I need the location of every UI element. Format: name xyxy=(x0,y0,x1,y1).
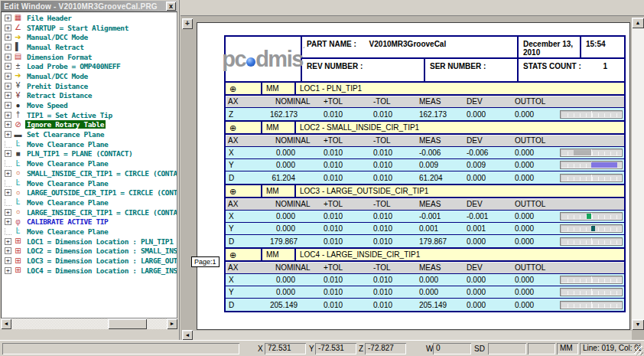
tree-item[interactable]: +⊞LOC1 = Dimension Location : PLN_TIP1 xyxy=(3,237,177,247)
measurement-cell-outtol: 0.000 xyxy=(512,149,560,157)
x-coordinate-value: 72.531 xyxy=(265,343,306,354)
measurement-cell-tol: 0.010 xyxy=(321,110,371,119)
measurement-cell-meas: 0.009 xyxy=(417,161,464,169)
expand-plus-icon[interactable]: + xyxy=(5,63,11,70)
dimension-block: ⊕MMLOC3 - LARGE_OUTSIDE_CIR_TIP1AXNOMINA… xyxy=(224,184,626,249)
measurement-cell-dev: 0.000 xyxy=(464,276,512,284)
expand-plus-icon[interactable]: + xyxy=(5,24,11,31)
edit-window-titlebar[interactable]: Edit Window - V2010MR3GrooveCal.PRG x xyxy=(1,1,177,11)
circle-feature-icon: ○ xyxy=(13,207,23,217)
expand-plus-icon[interactable]: + xyxy=(5,150,11,157)
report-horizontal-scrollbar[interactable]: ◄ xyxy=(182,330,632,340)
expand-plus-icon[interactable]: + xyxy=(5,267,11,274)
tree-item[interactable]: ĿMove Clearance Plane xyxy=(3,198,177,207)
expand-plus-icon[interactable]: + xyxy=(5,238,11,245)
tree-item[interactable]: +†TIP1 = Set Active Tip xyxy=(3,110,177,120)
tree-item[interactable]: ĿMove Clearance Plane xyxy=(3,139,177,149)
expand-plus-icon[interactable]: + xyxy=(5,218,11,225)
tree-item-label: LARGE_OUTSIDE_CIR_TIP1 = CIRCLE (CONTAC xyxy=(25,188,177,197)
expand-plus-icon[interactable]: + xyxy=(5,189,11,196)
tree-item[interactable]: +∠STARTUP = Start Alignment xyxy=(3,23,177,33)
feature-symbol-icon: ⊕ xyxy=(226,185,262,197)
expand-plus-icon[interactable]: + xyxy=(5,257,11,264)
scroll-right-icon[interactable]: ► xyxy=(167,318,177,329)
measurement-cell-ax: D xyxy=(226,174,268,182)
column-header: DEV xyxy=(464,263,512,272)
feature-symbol-icon: ⊕ xyxy=(226,83,262,94)
column-header-row: AXNOMINAL+TOL-TOLMEASDEVOUTTOL xyxy=(226,96,624,108)
expand-plus-icon[interactable]: + xyxy=(5,83,11,90)
expand-plus-icon[interactable]: + xyxy=(5,34,11,41)
scroll-left-icon[interactable]: ◄ xyxy=(182,330,193,340)
tree-item[interactable]: +■PLN_TIP1 = PLANE (CONTACT) xyxy=(3,149,177,159)
expand-plus-icon[interactable]: + xyxy=(5,209,11,216)
tree-item[interactable]: +▦File Header xyxy=(3,13,177,23)
tree-item[interactable]: +¥Retract Distance xyxy=(3,91,177,101)
expand-plus-icon[interactable]: + xyxy=(5,121,11,128)
tree-item[interactable]: +⊞LOC2 = Dimension Location : SMALL_INSI… xyxy=(3,247,177,256)
tree-scroll-track[interactable] xyxy=(11,318,167,329)
gauge-center-line xyxy=(591,302,592,309)
expand-plus-icon[interactable]: + xyxy=(5,170,11,177)
tree-scroll-thumb[interactable] xyxy=(108,318,147,329)
tree-item-label: Manual/DCC Mode xyxy=(25,72,89,80)
expand-plus-icon[interactable]: + xyxy=(5,44,11,51)
gauge-center-line xyxy=(591,175,592,181)
expand-plus-icon[interactable]: + xyxy=(5,15,11,21)
close-icon[interactable]: x xyxy=(166,2,176,11)
expand-plus-icon[interactable]: + xyxy=(5,92,11,99)
tree-item[interactable]: +○SMALL_INSIDE_CIR_TIP1 = CIRCLE (CONTAC… xyxy=(3,168,177,178)
dimension-block: ⊕MMLOC2 - SMALL_INSIDE_CIR_TIP1AXNOMINAL… xyxy=(224,120,626,185)
expand-plus-icon[interactable]: + xyxy=(5,112,11,119)
expand-plus-icon[interactable]: + xyxy=(5,247,11,254)
column-header: MEAS xyxy=(417,200,464,208)
edit-window-footer xyxy=(1,329,177,340)
report-hscroll-track[interactable] xyxy=(193,330,632,340)
tree-item-label: Dimension Format xyxy=(25,53,93,61)
scroll-down-icon[interactable]: ▼ xyxy=(632,319,644,330)
unit-cell: MM xyxy=(262,185,296,197)
tree-item[interactable]: ĿMove Clearance Plane xyxy=(3,227,177,237)
report-vertical-scrollbar[interactable]: ▲ ▼ xyxy=(632,18,644,330)
tree-item[interactable]: ĿMove Clearance Plane xyxy=(3,178,177,188)
scroll-left-icon[interactable]: ◄ xyxy=(1,318,11,329)
tree-item[interactable]: +➔Manual/DCC Mode xyxy=(3,32,177,42)
measurement-cell-tol: 0.010 xyxy=(371,110,417,119)
tree-item[interactable]: +¥Prehit Distance xyxy=(3,81,177,91)
tree-item[interactable]: +○LARGE_OUTSIDE_CIR_TIP1 = CIRCLE (CONTA… xyxy=(3,188,177,198)
report-vscroll-track[interactable] xyxy=(632,28,644,319)
tree-item[interactable]: +○LARGE_INSIDE_CIR_TIP1 = CIRCLE (CONTAC… xyxy=(3,207,177,217)
tree-item-label: LOC3 = Dimension Location : LARGE_OUTSI xyxy=(25,256,177,265)
resize-grip[interactable] xyxy=(634,346,643,355)
expand-plus-icon[interactable]: + xyxy=(5,73,11,80)
tree-item[interactable]: +±Load Probe = OMP400NEFF xyxy=(3,61,177,71)
tree-item[interactable]: +➔Manual/DCC Mode xyxy=(3,71,177,81)
rev-number-cell: REV NUMBER : xyxy=(302,59,425,81)
tree-item[interactable]: +⊞LOC4 = Dimension Location : LARGE_INSI… xyxy=(3,266,177,276)
units-indicator: MM xyxy=(557,343,578,354)
tree-item-label: PLN_TIP1 = PLANE (CONTACT) xyxy=(25,149,134,158)
measurement-row: X0.0000.0100.0100.0000.0000.000 xyxy=(226,274,624,286)
expand-plus-icon[interactable]: + xyxy=(5,131,11,138)
tree-item[interactable]: +▌Manual Retract xyxy=(3,42,177,52)
measurement-cell-ax: Z xyxy=(226,110,268,119)
tree-item[interactable]: +▤Dimension Format xyxy=(3,52,177,62)
tree-horizontal-scrollbar[interactable]: ◄ ► xyxy=(1,318,177,329)
tree-item[interactable]: +▬Set Clearance Plane xyxy=(3,129,177,139)
measurement-cell-outtol: 0.000 xyxy=(512,237,560,246)
tree-item[interactable]: ĿMove Clearance Plane xyxy=(3,158,177,168)
scroll-up-icon[interactable]: ▲ xyxy=(632,18,644,28)
tree-item[interactable]: +⊘Ignore Rotary Table xyxy=(3,120,177,130)
measurement-cell-nominal: 61.204 xyxy=(268,174,321,182)
expand-plus-icon[interactable]: + xyxy=(5,102,11,109)
tree-item[interactable]: +⊞LOC3 = Dimension Location : LARGE_OUTS… xyxy=(3,256,177,266)
expand-plus-icon[interactable]: + xyxy=(5,54,11,60)
logo-text: pcdmisˊ xyxy=(222,47,304,72)
column-header: +TOL xyxy=(321,97,371,106)
tree-item[interactable]: +φCALIBRATE ACTIVE TIP xyxy=(3,217,177,227)
tree-item[interactable]: +●Move Speed xyxy=(3,100,177,110)
measurement-cell-meas: 162.173 xyxy=(417,110,464,119)
pan-button[interactable]: + xyxy=(182,18,193,29)
file-header-icon: ▦ xyxy=(13,13,23,22)
dimension-title: LOC1 - PLN_TIP1 xyxy=(296,83,624,94)
